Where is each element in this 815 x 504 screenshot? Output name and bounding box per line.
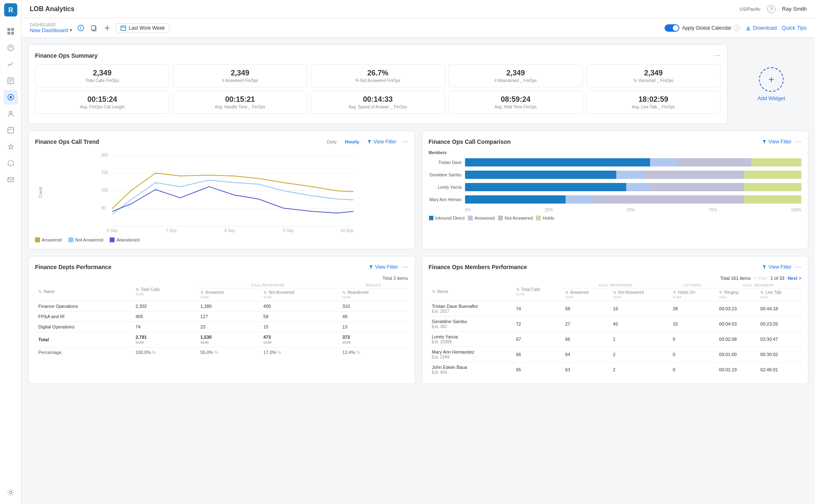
download-button[interactable]: Download [745, 25, 777, 31]
members-label: Members [429, 150, 802, 155]
th-live-talk: ⇅ Live TalkAVG [757, 288, 801, 301]
main-area: LOB Analytics US/Pacific ? Ray Smith DAS… [21, 0, 815, 504]
legend-item: Answered [35, 237, 62, 242]
stats-row1: 2,349Total Calls FinOps2,349# Answered F… [35, 64, 721, 87]
th-abandoned: ⇅ AbandonedSUM [339, 288, 408, 301]
finance-ops-summary-card: Finance Ops Summary ⋯ 2,349Total Calls F… [28, 45, 728, 124]
sidebar-item-dashboard[interactable] [3, 24, 18, 39]
sidebar-item-users[interactable] [3, 106, 18, 121]
th-answered: ⇅ AnsweredSUM [197, 288, 260, 301]
toggle-hourly[interactable]: Hourly [343, 138, 362, 145]
dashboard-dropdown-icon[interactable]: ▾ [70, 27, 72, 33]
depts-table: ⇅ Name ⇅ Total CallsSUM CALL RESPONSE RE… [35, 282, 408, 357]
svg-text:50: 50 [101, 206, 106, 210]
depts-more-icon[interactable]: ⋯ [402, 263, 408, 271]
table-row: John Edwin BauaExt. 404 65 63 2 0 00:01:… [429, 362, 802, 377]
tables-row: Finance Depts Performance View Filter ⋯ … [28, 256, 808, 384]
depts-title: Finance Depts Performance [35, 264, 111, 270]
svg-marker-45 [763, 140, 766, 143]
copy-button[interactable] [89, 23, 99, 33]
topbar-right: US/Pacific ? Ray Smith [740, 5, 807, 13]
depts-view-filter[interactable]: View Filter [369, 264, 398, 270]
stat-item: 2,349Total Calls FinOps [35, 64, 169, 87]
next-page-button[interactable]: Next > [788, 276, 801, 281]
add-button[interactable] [102, 23, 113, 33]
sidebar-item-mail[interactable] [3, 172, 18, 187]
svg-text:6 Sep: 6 Sep [107, 228, 118, 233]
timezone-label: US/Pacific [740, 7, 761, 12]
sidebar-item-analytics[interactable] [3, 57, 18, 72]
table-row: FP&A and IR 405 127 58 49 [35, 312, 408, 322]
svg-rect-2 [7, 28, 10, 31]
quick-tips-button[interactable]: Quick Tips [782, 25, 807, 31]
help-button[interactable]: ? [767, 5, 775, 13]
toolbar-icons: i [75, 23, 113, 33]
svg-point-6 [8, 45, 14, 51]
toolbar: DASHBOARD New Dashboard ▾ i Las [21, 18, 815, 38]
comparison-legend-item: Answered [468, 216, 495, 220]
summary-title: Finance Ops Summary [35, 52, 98, 59]
prev-page-button[interactable]: < Prev [754, 276, 767, 281]
table-row: Geraldine SambuExt. 382 72 27 45 15 00:0… [429, 316, 802, 332]
sidebar-item-lob[interactable] [3, 90, 18, 105]
add-widget-label[interactable]: Add Widget [757, 95, 785, 101]
th-mem-answered: ⇅ AnsweredSUM [562, 288, 610, 301]
call-comparison-header: Finance Ops Call Comparison View Filter … [429, 138, 802, 145]
date-range-button[interactable]: Last Work Week [116, 23, 169, 33]
call-comparison-view-filter[interactable]: View Filter [762, 139, 792, 145]
sidebar-item-notifications[interactable] [3, 156, 18, 171]
app-logo[interactable]: R [4, 3, 17, 16]
toggle-daily[interactable]: Daily [324, 138, 339, 145]
call-trend-view-filter[interactable]: View Filter [367, 139, 397, 145]
summary-more-icon[interactable]: ⋯ [714, 52, 721, 59]
svg-rect-22 [92, 26, 95, 30]
sidebar-item-calls[interactable] [3, 40, 18, 55]
call-comparison-more-icon[interactable]: ⋯ [795, 138, 801, 145]
call-trend-more-icon[interactable]: ⋯ [402, 138, 408, 145]
bar-chart-row: Geraldine Sambu [429, 171, 802, 179]
stat-item: 08:59:24Avg. Hold Time FinOps [449, 91, 583, 114]
stat-item: 00:15:21Avg. Handle Time _ FinOps [173, 91, 307, 114]
page-title: LOB Analytics [30, 5, 75, 13]
sidebar-item-alerts[interactable] [3, 139, 18, 154]
call-comparison-legend: Inbound DirectAnsweredNot AnsweredHolds [429, 216, 802, 220]
members-view-filter[interactable]: View Filter [762, 264, 792, 270]
table-row: Lorely YarciaExt. 10289 67 66 1 0 00:02:… [429, 332, 802, 347]
sidebar-item-reports[interactable] [3, 73, 18, 88]
th-call-response: CALL RESPONSE [197, 282, 339, 288]
y-axis-label: Count [38, 187, 43, 198]
th-ringing: ⇅ RingingAVG [716, 288, 757, 301]
add-widget-button[interactable]: + [759, 67, 784, 92]
svg-text:8 Sep: 8 Sep [224, 228, 235, 233]
sidebar-item-settings2[interactable] [3, 123, 18, 138]
svg-rect-14 [8, 127, 14, 133]
dashboard-label-group: DASHBOARD New Dashboard ▾ [30, 23, 72, 33]
call-trend-chart: Count 200 150 100 50 [35, 150, 408, 234]
th-mem-call-response: CALL RESPONSE [562, 282, 669, 288]
comparison-legend-item: Holds [536, 216, 554, 220]
calendar-info-icon[interactable]: i [734, 25, 740, 31]
th-holds-on: ⇅ Holds OnSUM [669, 288, 716, 301]
user-name: Ray Smith [782, 6, 807, 12]
add-widget-section: + Add Widget [734, 45, 808, 124]
members-total-items: Total 161 items [720, 276, 751, 281]
call-comparison-card: Finance Ops Call Comparison View Filter … [422, 131, 809, 249]
percentage-row: Percentage 100.0% % 55.0% % 17.0% % 13.4… [35, 347, 408, 358]
info-button[interactable]: i [75, 23, 86, 33]
dashboard-name[interactable]: New Dashboard [30, 27, 68, 33]
download-label: Download [753, 25, 777, 31]
sidebar-item-system-settings[interactable] [3, 485, 18, 500]
bar-chart: Tristan Dave Geraldine Sambu Lorely Yarc… [429, 158, 802, 204]
members-more-icon[interactable]: ⋯ [795, 263, 801, 271]
th-mem-name: ⇅ Name [429, 282, 513, 301]
sidebar: R [0, 0, 21, 504]
stat-item: 18:02:59Avg. Live Talk _ FinOps [586, 91, 721, 114]
members-table: ⇅ Name ⇅ Total CallsSUM CALL RESPONSE AC… [429, 282, 802, 377]
svg-text:200: 200 [101, 153, 108, 157]
global-calendar-toggle[interactable]: Apply Global Calendar i [665, 24, 740, 32]
depts-performance-card: Finance Depts Performance View Filter ⋯ … [28, 256, 415, 384]
bar-chart-row: Lorely Yarcia [429, 183, 802, 191]
svg-rect-25 [121, 26, 126, 30]
toggle-switch[interactable] [665, 24, 679, 32]
total-row: Total 2,781SUM 1,530SUM 473SUM 372SUM [35, 332, 408, 347]
